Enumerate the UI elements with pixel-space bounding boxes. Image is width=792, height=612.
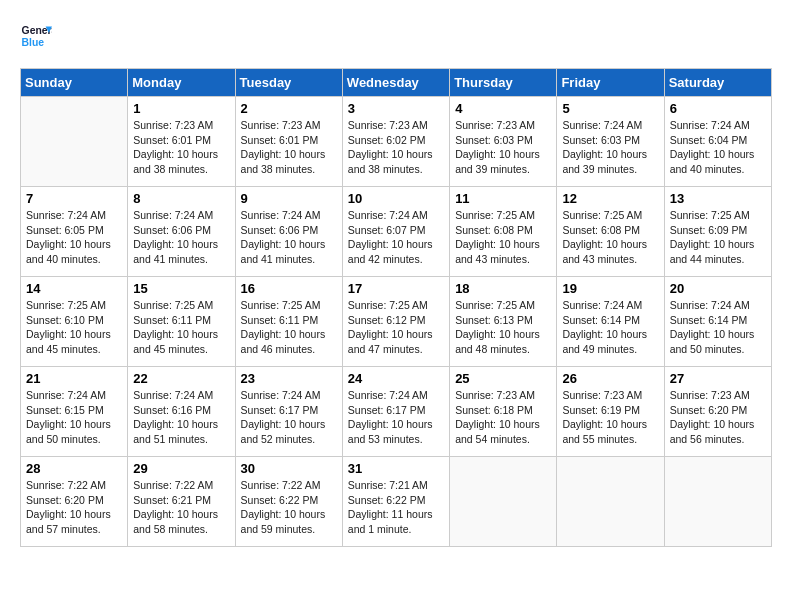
- cell-day-number: 9: [241, 191, 337, 206]
- calendar-cell: 21Sunrise: 7:24 AMSunset: 6:15 PMDayligh…: [21, 367, 128, 457]
- calendar-cell: 18Sunrise: 7:25 AMSunset: 6:13 PMDayligh…: [450, 277, 557, 367]
- calendar-week-row: 7Sunrise: 7:24 AMSunset: 6:05 PMDaylight…: [21, 187, 772, 277]
- logo: General Blue: [20, 20, 52, 52]
- cell-info: Sunrise: 7:25 AMSunset: 6:11 PMDaylight:…: [133, 298, 229, 357]
- calendar-cell: 13Sunrise: 7:25 AMSunset: 6:09 PMDayligh…: [664, 187, 771, 277]
- cell-info: Sunrise: 7:25 AMSunset: 6:10 PMDaylight:…: [26, 298, 122, 357]
- cell-info: Sunrise: 7:25 AMSunset: 6:08 PMDaylight:…: [455, 208, 551, 267]
- calendar-week-row: 1Sunrise: 7:23 AMSunset: 6:01 PMDaylight…: [21, 97, 772, 187]
- cell-day-number: 12: [562, 191, 658, 206]
- cell-info: Sunrise: 7:21 AMSunset: 6:22 PMDaylight:…: [348, 478, 444, 537]
- cell-day-number: 4: [455, 101, 551, 116]
- calendar-cell: 17Sunrise: 7:25 AMSunset: 6:12 PMDayligh…: [342, 277, 449, 367]
- calendar-cell: 12Sunrise: 7:25 AMSunset: 6:08 PMDayligh…: [557, 187, 664, 277]
- cell-info: Sunrise: 7:24 AMSunset: 6:07 PMDaylight:…: [348, 208, 444, 267]
- calendar-cell: 28Sunrise: 7:22 AMSunset: 6:20 PMDayligh…: [21, 457, 128, 547]
- calendar-cell: 3Sunrise: 7:23 AMSunset: 6:02 PMDaylight…: [342, 97, 449, 187]
- cell-day-number: 8: [133, 191, 229, 206]
- day-of-week-header: Thursday: [450, 69, 557, 97]
- cell-day-number: 10: [348, 191, 444, 206]
- calendar-cell: 4Sunrise: 7:23 AMSunset: 6:03 PMDaylight…: [450, 97, 557, 187]
- calendar-cell: 27Sunrise: 7:23 AMSunset: 6:20 PMDayligh…: [664, 367, 771, 457]
- calendar-cell: 10Sunrise: 7:24 AMSunset: 6:07 PMDayligh…: [342, 187, 449, 277]
- calendar-week-row: 28Sunrise: 7:22 AMSunset: 6:20 PMDayligh…: [21, 457, 772, 547]
- cell-day-number: 29: [133, 461, 229, 476]
- calendar-cell: 7Sunrise: 7:24 AMSunset: 6:05 PMDaylight…: [21, 187, 128, 277]
- cell-info: Sunrise: 7:24 AMSunset: 6:03 PMDaylight:…: [562, 118, 658, 177]
- cell-info: Sunrise: 7:24 AMSunset: 6:14 PMDaylight:…: [670, 298, 766, 357]
- calendar-cell: 6Sunrise: 7:24 AMSunset: 6:04 PMDaylight…: [664, 97, 771, 187]
- cell-info: Sunrise: 7:25 AMSunset: 6:11 PMDaylight:…: [241, 298, 337, 357]
- calendar-cell: 25Sunrise: 7:23 AMSunset: 6:18 PMDayligh…: [450, 367, 557, 457]
- calendar-cell: 8Sunrise: 7:24 AMSunset: 6:06 PMDaylight…: [128, 187, 235, 277]
- calendar-cell: 19Sunrise: 7:24 AMSunset: 6:14 PMDayligh…: [557, 277, 664, 367]
- cell-info: Sunrise: 7:23 AMSunset: 6:18 PMDaylight:…: [455, 388, 551, 447]
- cell-day-number: 11: [455, 191, 551, 206]
- cell-day-number: 30: [241, 461, 337, 476]
- cell-day-number: 20: [670, 281, 766, 296]
- day-of-week-header: Wednesday: [342, 69, 449, 97]
- cell-info: Sunrise: 7:25 AMSunset: 6:13 PMDaylight:…: [455, 298, 551, 357]
- cell-day-number: 24: [348, 371, 444, 386]
- day-of-week-header: Saturday: [664, 69, 771, 97]
- cell-day-number: 22: [133, 371, 229, 386]
- cell-info: Sunrise: 7:23 AMSunset: 6:19 PMDaylight:…: [562, 388, 658, 447]
- calendar-cell: 22Sunrise: 7:24 AMSunset: 6:16 PMDayligh…: [128, 367, 235, 457]
- cell-info: Sunrise: 7:23 AMSunset: 6:01 PMDaylight:…: [133, 118, 229, 177]
- cell-day-number: 16: [241, 281, 337, 296]
- calendar-cell: [557, 457, 664, 547]
- cell-info: Sunrise: 7:23 AMSunset: 6:01 PMDaylight:…: [241, 118, 337, 177]
- day-of-week-header: Friday: [557, 69, 664, 97]
- cell-info: Sunrise: 7:24 AMSunset: 6:15 PMDaylight:…: [26, 388, 122, 447]
- page-header: General Blue: [20, 20, 772, 52]
- calendar-cell: 23Sunrise: 7:24 AMSunset: 6:17 PMDayligh…: [235, 367, 342, 457]
- calendar-cell: 15Sunrise: 7:25 AMSunset: 6:11 PMDayligh…: [128, 277, 235, 367]
- cell-day-number: 25: [455, 371, 551, 386]
- calendar-cell: 31Sunrise: 7:21 AMSunset: 6:22 PMDayligh…: [342, 457, 449, 547]
- calendar-cell: 2Sunrise: 7:23 AMSunset: 6:01 PMDaylight…: [235, 97, 342, 187]
- cell-info: Sunrise: 7:23 AMSunset: 6:03 PMDaylight:…: [455, 118, 551, 177]
- calendar-table: SundayMondayTuesdayWednesdayThursdayFrid…: [20, 68, 772, 547]
- day-of-week-header: Sunday: [21, 69, 128, 97]
- logo-icon: General Blue: [20, 20, 52, 52]
- calendar-cell: 16Sunrise: 7:25 AMSunset: 6:11 PMDayligh…: [235, 277, 342, 367]
- cell-info: Sunrise: 7:22 AMSunset: 6:20 PMDaylight:…: [26, 478, 122, 537]
- calendar-cell: 9Sunrise: 7:24 AMSunset: 6:06 PMDaylight…: [235, 187, 342, 277]
- day-of-week-header: Monday: [128, 69, 235, 97]
- calendar-cell: 26Sunrise: 7:23 AMSunset: 6:19 PMDayligh…: [557, 367, 664, 457]
- cell-info: Sunrise: 7:24 AMSunset: 6:17 PMDaylight:…: [348, 388, 444, 447]
- cell-day-number: 27: [670, 371, 766, 386]
- calendar-cell: 11Sunrise: 7:25 AMSunset: 6:08 PMDayligh…: [450, 187, 557, 277]
- cell-day-number: 6: [670, 101, 766, 116]
- cell-info: Sunrise: 7:25 AMSunset: 6:09 PMDaylight:…: [670, 208, 766, 267]
- cell-info: Sunrise: 7:24 AMSunset: 6:14 PMDaylight:…: [562, 298, 658, 357]
- cell-day-number: 21: [26, 371, 122, 386]
- cell-info: Sunrise: 7:22 AMSunset: 6:22 PMDaylight:…: [241, 478, 337, 537]
- calendar-cell: 1Sunrise: 7:23 AMSunset: 6:01 PMDaylight…: [128, 97, 235, 187]
- cell-day-number: 26: [562, 371, 658, 386]
- cell-day-number: 19: [562, 281, 658, 296]
- cell-day-number: 14: [26, 281, 122, 296]
- cell-day-number: 31: [348, 461, 444, 476]
- cell-info: Sunrise: 7:24 AMSunset: 6:04 PMDaylight:…: [670, 118, 766, 177]
- cell-day-number: 17: [348, 281, 444, 296]
- calendar-cell: 30Sunrise: 7:22 AMSunset: 6:22 PMDayligh…: [235, 457, 342, 547]
- cell-info: Sunrise: 7:24 AMSunset: 6:06 PMDaylight:…: [133, 208, 229, 267]
- calendar-cell: 29Sunrise: 7:22 AMSunset: 6:21 PMDayligh…: [128, 457, 235, 547]
- cell-info: Sunrise: 7:23 AMSunset: 6:20 PMDaylight:…: [670, 388, 766, 447]
- cell-day-number: 7: [26, 191, 122, 206]
- cell-info: Sunrise: 7:25 AMSunset: 6:08 PMDaylight:…: [562, 208, 658, 267]
- cell-day-number: 5: [562, 101, 658, 116]
- cell-info: Sunrise: 7:22 AMSunset: 6:21 PMDaylight:…: [133, 478, 229, 537]
- calendar-cell: 20Sunrise: 7:24 AMSunset: 6:14 PMDayligh…: [664, 277, 771, 367]
- cell-info: Sunrise: 7:24 AMSunset: 6:17 PMDaylight:…: [241, 388, 337, 447]
- day-of-week-header: Tuesday: [235, 69, 342, 97]
- calendar-cell: [21, 97, 128, 187]
- cell-info: Sunrise: 7:25 AMSunset: 6:12 PMDaylight:…: [348, 298, 444, 357]
- cell-day-number: 23: [241, 371, 337, 386]
- cell-day-number: 13: [670, 191, 766, 206]
- calendar-cell: [450, 457, 557, 547]
- calendar-header-row: SundayMondayTuesdayWednesdayThursdayFrid…: [21, 69, 772, 97]
- cell-info: Sunrise: 7:23 AMSunset: 6:02 PMDaylight:…: [348, 118, 444, 177]
- cell-day-number: 2: [241, 101, 337, 116]
